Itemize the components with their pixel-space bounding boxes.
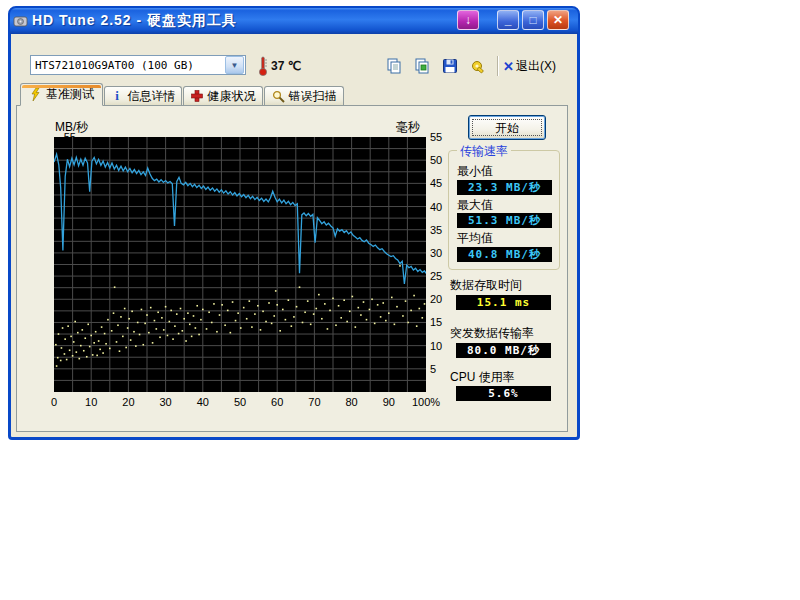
max-label: 最大值	[457, 197, 493, 214]
tab-error-scan[interactable]: 错误扫描	[264, 86, 344, 105]
tab-health[interactable]: 健康状况	[183, 86, 263, 105]
x-axis-ticks: 0102030405060708090100%	[54, 396, 426, 410]
access-time-label: 数据存取时间	[450, 277, 522, 294]
drive-select-combobox[interactable]: HTS721010G9AT00 (100 GB) ▼	[30, 55, 246, 75]
options-button[interactable]	[467, 56, 489, 76]
title-bar[interactable]: HD Tune 2.52 - 硬盘实用工具 ↓ _ □ ✕	[10, 8, 578, 34]
exit-x-icon: ✕	[503, 59, 514, 74]
maximize-button[interactable]: □	[522, 10, 544, 30]
save-icon	[442, 58, 458, 74]
y-tick: 55	[430, 131, 456, 143]
cpu-usage-label: CPU 使用率	[450, 369, 515, 386]
start-button-label: 开始	[469, 120, 545, 137]
copy-icon	[386, 58, 402, 74]
x-tick: 0	[51, 396, 57, 408]
cpu-usage-value: 5.6%	[456, 386, 551, 401]
x-tick: 40	[197, 396, 209, 408]
drive-select-value: HTS721010G9AT00 (100 GB)	[31, 59, 225, 72]
y-axis-ticks-left: 555045403530252015105	[24, 137, 50, 392]
exit-button[interactable]: ✕ 退出(X)	[503, 56, 556, 76]
transfer-rate-group: 传输速率 最小值 23.3 MB/秒 最大值 51.3 MB/秒 平均值 40.…	[448, 150, 560, 270]
close-button[interactable]: ✕	[547, 10, 569, 30]
x-tick: 60	[271, 396, 283, 408]
avg-label: 平均值	[457, 230, 493, 247]
minimize-button[interactable]: _	[497, 10, 519, 30]
info-icon: i	[111, 90, 124, 103]
y-axis-right-label: 毫秒	[396, 119, 420, 136]
tab-label: 基准测试	[46, 86, 94, 103]
tab-label: 错误扫描	[289, 88, 337, 105]
tab-label: 健康状况	[208, 88, 256, 105]
chevron-down-icon[interactable]: ▼	[225, 56, 244, 74]
tab-benchmark[interactable]: 基准测试	[20, 83, 103, 106]
benchmark-chart	[54, 137, 426, 392]
temperature-value: 37 ℃	[271, 59, 301, 73]
x-tick: 50	[234, 396, 246, 408]
access-time-value: 15.1 ms	[456, 295, 551, 310]
burst-rate-value: 80.0 MB/秒	[456, 343, 551, 358]
y-tick: 20	[430, 293, 456, 305]
max-value: 51.3 MB/秒	[457, 213, 552, 228]
save-button[interactable]	[439, 56, 461, 76]
tools-icon	[470, 58, 486, 74]
copy-text-button[interactable]	[383, 56, 405, 76]
copy-image-icon	[414, 58, 430, 74]
magnifier-icon	[272, 90, 285, 103]
x-tick: 70	[308, 396, 320, 408]
benchmark-panel: MB/秒 毫秒 555045403530252015105 5550454035…	[16, 105, 568, 432]
window-title: HD Tune 2.52 - 硬盘实用工具	[32, 12, 237, 30]
x-tick: 90	[383, 396, 395, 408]
x-tick: 100%	[412, 396, 440, 408]
thermometer-icon	[257, 55, 269, 77]
benchmark-icon	[29, 88, 42, 101]
download-button[interactable]: ↓	[457, 10, 479, 30]
min-label: 最小值	[457, 163, 493, 180]
group-title: 传输速率	[457, 143, 511, 160]
min-value: 23.3 MB/秒	[457, 180, 552, 195]
chart-canvas	[54, 137, 426, 392]
start-button[interactable]: 开始	[468, 115, 546, 140]
tab-info[interactable]: i 信息详情	[104, 86, 182, 105]
app-window: HD Tune 2.52 - 硬盘实用工具 ↓ _ □ ✕ HTS721010G…	[8, 6, 580, 440]
app-icon	[13, 14, 28, 29]
tab-label: 信息详情	[128, 88, 176, 105]
copy-image-button[interactable]	[411, 56, 433, 76]
x-tick: 10	[85, 396, 97, 408]
x-tick: 20	[122, 396, 134, 408]
avg-value: 40.8 MB/秒	[457, 247, 552, 262]
exit-label: 退出(X)	[516, 58, 556, 75]
toolbar-separator	[497, 56, 499, 76]
x-tick: 80	[345, 396, 357, 408]
health-cross-icon	[191, 90, 204, 103]
burst-rate-label: 突发数据传输率	[450, 325, 534, 342]
x-tick: 30	[159, 396, 171, 408]
